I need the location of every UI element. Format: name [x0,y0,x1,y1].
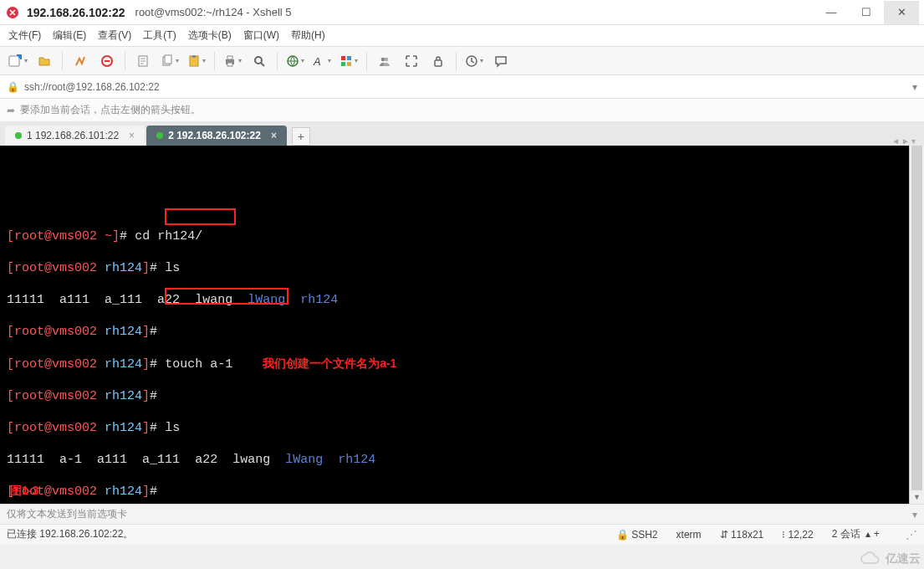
toolbar: A [0,47,924,75]
copy-icon[interactable] [159,50,181,72]
tab-list-dropdown-icon[interactable]: ▾ [911,136,916,146]
svg-rect-10 [227,63,232,66]
hint-bar: ➦ 要添加当前会话，点击左侧的箭头按钮。 [0,99,924,122]
history-icon[interactable] [463,50,485,72]
svg-text:A: A [313,55,321,68]
watermark-logo: 亿速云 [859,549,921,569]
app-icon [5,5,20,20]
resize-grip-icon[interactable]: ⋰ [906,528,917,541]
fullscreen-icon[interactable] [401,50,422,72]
window-title: root@vms002:~/rh124 - Xshell 5 [135,6,292,18]
tab-close-icon[interactable]: × [271,130,277,141]
toolbar-separator [62,52,63,70]
send-to-dropdown-icon[interactable]: ▾ [912,509,917,520]
session-tab-1[interactable]: 1 192.168.26.101:22 × [5,126,145,146]
minimize-button[interactable]: — [814,1,849,24]
svg-rect-1 [9,56,19,66]
font-icon[interactable]: A [311,50,333,72]
address-bar[interactable]: 🔒 ssh://root@192.168.26.102:22 ▾ [0,75,924,99]
paste-icon[interactable] [186,50,207,72]
status-protocol: 🔒 SSH2 [616,529,658,541]
close-button[interactable]: ✕ [884,1,919,24]
new-session-icon[interactable] [7,50,28,72]
svg-point-19 [385,57,389,61]
svg-point-11 [255,57,262,64]
toolbar-separator [456,52,457,70]
tab-scroll-right-icon[interactable]: ► [901,136,910,146]
terminal-scrollbar[interactable]: ▲ ▼ [909,146,924,504]
tab-close-icon[interactable]: × [129,130,135,141]
svg-rect-17 [347,62,351,66]
status-dot-icon [15,132,22,139]
disconnect-icon[interactable] [96,50,118,72]
menu-view[interactable]: 查看(V) [98,28,131,43]
arrow-hint-icon[interactable]: ➦ [7,105,15,116]
menu-bar: 文件(F) 编辑(E) 查看(V) 工具(T) 选项卡(B) 窗口(W) 帮助(… [0,25,924,47]
status-connected: 已连接 192.168.26.102:22。 [7,527,133,541]
status-bar: 已连接 192.168.26.102:22。 🔒 SSH2 xterm ⇵ 11… [0,524,924,544]
reconnect-icon[interactable] [69,50,91,72]
lock-small-icon: 🔒 [7,81,19,93]
cmd-cd: cd rh124/ [135,229,202,243]
address-dropdown-icon[interactable]: ▾ [912,81,917,93]
menu-tab[interactable]: 选项卡(B) [188,28,232,43]
hint-text: 要添加当前会话，点击左侧的箭头按钮。 [20,103,201,117]
status-sessions[interactable]: 2 会话 ▴ + [832,527,882,541]
session-tab-2[interactable]: 2 192.168.26.102:22 × [146,126,287,146]
toolbar-separator [277,52,278,70]
title-host: 192.168.26.102:22 [27,6,125,19]
browser-icon[interactable] [284,50,306,72]
terminal-pane: [root@vms002 ~]# cd rh124/ [root@vms002 … [0,146,924,504]
cmd-ls2: ls [165,421,180,435]
svg-rect-15 [347,56,351,60]
find-icon[interactable] [248,50,270,72]
menu-window[interactable]: 窗口(W) [243,28,279,43]
annotation-touch: 我们创建一个文件名为a-1 [263,356,396,370]
scrollbar-thumb[interactable] [911,146,922,504]
properties-icon[interactable] [132,50,154,72]
maximize-button[interactable]: ☐ [849,1,884,24]
status-cursor-pos: ⁝ 12,22 [782,529,813,541]
tab-label: 2 192.168.26.102:22 [168,130,261,141]
highlight-box-touch [165,208,236,225]
terminal-output[interactable]: [root@vms002 ~]# cd rh124/ [root@vms002 … [0,146,909,504]
title-bar: 192.168.26.102:22 root@vms002:~/rh124 - … [0,0,924,25]
menu-tools[interactable]: 工具(T) [143,28,176,43]
tab-scroll-left-icon[interactable]: ◄ [891,136,900,146]
send-to-bar[interactable]: 仅将文本发送到当前选项卡 ▾ [0,504,924,524]
status-dot-icon [156,132,163,139]
lock-icon[interactable] [427,50,449,72]
tab-label: 1 192.168.26.101:22 [27,130,119,141]
print-icon[interactable] [222,50,243,72]
menu-file[interactable]: 文件(F) [8,28,41,43]
chat-icon[interactable] [490,50,512,72]
palette-icon[interactable] [338,50,360,72]
status-term: xterm [676,529,702,541]
users-icon[interactable] [374,50,396,72]
svg-rect-7 [192,55,196,58]
status-size: ⇵ 118x21 [720,529,764,541]
toolbar-separator [214,52,215,70]
new-tab-button[interactable]: + [292,127,310,146]
svg-rect-9 [227,56,232,59]
svg-point-18 [381,57,385,61]
send-to-text: 仅将文本发送到当前选项卡 [7,507,127,521]
figure-label: 图1-3 [10,483,38,499]
toolbar-separator [125,52,125,70]
ls-output-2: 11111 a-1 a111 a_111 a22 lwang lWang rh1… [7,452,902,468]
tab-strip: 1 192.168.26.101:22 × 2 192.168.26.102:2… [0,122,924,146]
ls-output-1: 11111 a111 a_111 a22 lwang lWang rh124 [7,292,902,308]
menu-help[interactable]: 帮助(H) [291,28,325,43]
svg-rect-14 [341,56,345,60]
menu-edit[interactable]: 编辑(E) [53,28,86,43]
toolbar-separator [366,52,367,70]
cmd-ls: ls [165,261,180,275]
scroll-down-icon[interactable]: ▼ [910,490,924,504]
svg-rect-16 [341,62,345,66]
cmd-touch: touch a-1 [165,357,232,372]
address-text: ssh://root@192.168.26.102:22 [24,81,160,93]
svg-rect-20 [435,60,442,66]
svg-rect-5 [165,55,171,64]
open-session-icon[interactable] [33,50,55,72]
